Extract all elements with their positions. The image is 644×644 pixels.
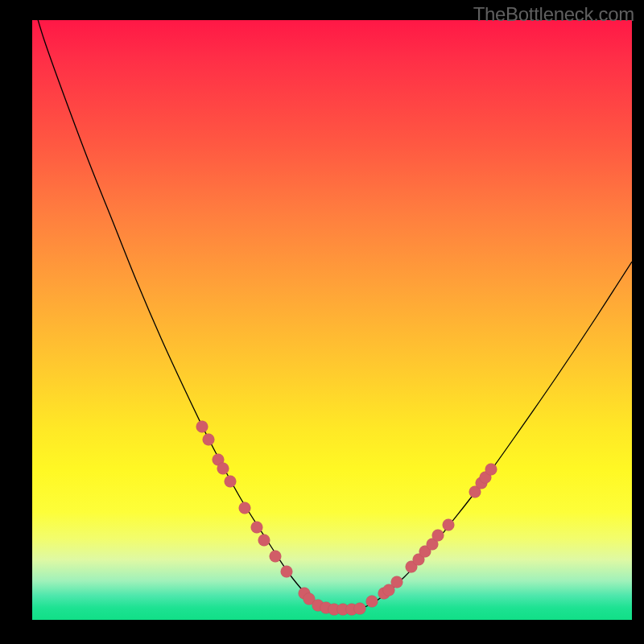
data-point (354, 603, 366, 615)
data-point (270, 551, 282, 563)
data-point (391, 576, 403, 588)
data-point (432, 530, 444, 542)
data-point (203, 434, 215, 446)
chart-plot-area (32, 20, 632, 620)
data-point (251, 522, 263, 534)
data-point (443, 519, 455, 531)
chart-scatter (32, 20, 632, 620)
watermark-text: TheBottleneck.com (473, 3, 634, 26)
data-point (485, 464, 497, 476)
data-point (366, 596, 378, 608)
data-point (281, 566, 293, 578)
data-point (196, 421, 208, 433)
data-point (239, 502, 251, 514)
data-point (258, 535, 270, 547)
data-point (217, 463, 229, 475)
data-point (225, 476, 237, 488)
